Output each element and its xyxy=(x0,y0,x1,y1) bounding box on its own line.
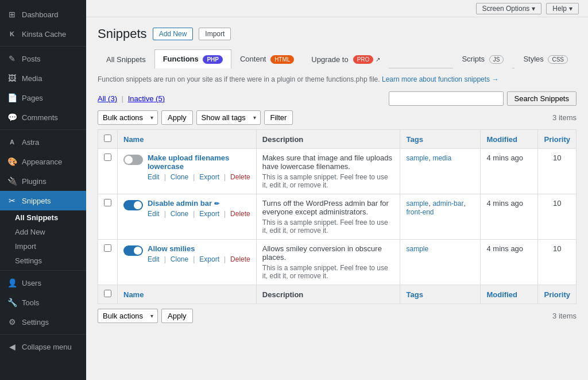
sidebar-item-astra[interactable]: A Astra xyxy=(0,132,86,152)
tf-description-label: Description xyxy=(262,290,304,299)
all-count: 3 xyxy=(110,94,114,103)
tag-link[interactable]: front-end xyxy=(406,208,434,216)
snippet-toggle[interactable] xyxy=(123,200,143,210)
screen-options-button[interactable]: Screen Options ▾ xyxy=(476,3,542,14)
th-name-link[interactable]: Name xyxy=(123,135,144,144)
tab-badge-css: CSS xyxy=(548,55,568,64)
sidebar-subitem-add-new[interactable]: Add New xyxy=(0,225,86,239)
sidebar-item-media[interactable]: 🖼 Media xyxy=(0,68,86,88)
all-filter-link[interactable]: All (3) xyxy=(98,94,117,103)
show-all-tags-select[interactable]: Show all tags xyxy=(196,110,261,125)
row-checkbox[interactable] xyxy=(104,199,111,206)
tf-modified-link[interactable]: Modified xyxy=(486,290,517,299)
table-row: Allow smiliesEdit|Clone|Export|DeleteAll… xyxy=(98,240,577,285)
sidebar-item-label: Pages xyxy=(22,94,43,102)
row-priority-cell: 10 xyxy=(538,240,577,285)
sidebar-item-collapse[interactable]: ◀ Collapse menu xyxy=(0,337,86,356)
filter-button[interactable]: Filter xyxy=(264,110,293,125)
tab-all-snippets[interactable]: All Snippets xyxy=(98,50,154,68)
snippet-toggle[interactable] xyxy=(123,245,143,256)
snippet-action-clone[interactable]: Clone xyxy=(171,210,188,218)
snippet-action-edit[interactable]: Edit xyxy=(148,255,160,263)
bulk-actions-select[interactable]: Bulk actions xyxy=(98,110,158,125)
sidebar-item-pages[interactable]: 📄 Pages xyxy=(0,88,86,108)
snippet-action-export[interactable]: Export xyxy=(199,255,219,263)
snippet-action-delete[interactable]: Delete xyxy=(230,255,250,263)
tab-styles[interactable]: Styles CSS xyxy=(514,49,577,68)
snippet-toggle[interactable] xyxy=(123,155,143,165)
tag-link[interactable]: sample xyxy=(406,245,428,253)
sidebar-item-plugins[interactable]: 🔌 Plugins xyxy=(0,171,86,191)
snippet-action-delete[interactable]: Delete xyxy=(230,210,250,218)
snippet-action-clone[interactable]: Clone xyxy=(171,173,188,181)
row-modified-cell: 4 mins ago xyxy=(481,194,538,240)
sidebar-item-settings[interactable]: ⚙ Settings xyxy=(0,312,86,332)
filter-separator: | xyxy=(122,94,123,103)
th-priority-link[interactable]: Priority xyxy=(544,135,570,144)
sidebar-item-users[interactable]: 👤 Users xyxy=(0,273,86,293)
sidebar-subitem-import[interactable]: Import xyxy=(0,239,86,254)
tf-checkbox xyxy=(98,285,118,304)
tab-functions[interactable]: Functions PHP xyxy=(154,49,231,68)
tf-priority-link[interactable]: Priority xyxy=(544,290,570,299)
media-icon: 🖼 xyxy=(7,73,17,83)
action-separator: | xyxy=(224,210,226,218)
tools-icon: 🔧 xyxy=(7,297,17,308)
snippet-action-export[interactable]: Export xyxy=(199,210,219,218)
table-row: Make upload filenames lowercaseEdit|Clon… xyxy=(98,149,577,194)
bottom-bulk-actions-select[interactable]: Bulk actions xyxy=(98,309,158,323)
tab-scripts[interactable]: Scripts JS xyxy=(453,49,512,68)
inactive-filter-link[interactable]: Inactive (5) xyxy=(128,94,165,103)
tf-tags-link[interactable]: Tags xyxy=(406,290,423,299)
tab-badge-js: JS xyxy=(489,55,504,64)
search-input[interactable] xyxy=(389,91,504,106)
sidebar-item-kinsta-cache[interactable]: K Kinsta Cache xyxy=(0,24,86,44)
tag-link[interactable]: media xyxy=(432,154,451,162)
select-all-checkbox[interactable] xyxy=(104,135,111,142)
select-all-checkbox-bottom[interactable] xyxy=(104,290,111,297)
apply-button[interactable]: Apply xyxy=(161,110,193,125)
sidebar-item-appearance[interactable]: 🎨 Appearance xyxy=(0,152,86,171)
search-snippets-button[interactable]: Search Snippets xyxy=(507,91,577,106)
bottom-apply-button[interactable]: Apply xyxy=(161,309,193,323)
snippet-name-link[interactable]: Make upload filenames lowercase xyxy=(148,153,229,171)
help-label: Help xyxy=(552,5,567,13)
help-button[interactable]: Help ▾ xyxy=(546,3,579,14)
topbar: Screen Options ▾ Help ▾ xyxy=(86,0,588,17)
tab-content[interactable]: Content HTML xyxy=(231,49,303,68)
snippet-description-main: Turns off the WordPress admin bar for ev… xyxy=(262,199,394,216)
sidebar-item-comments[interactable]: 💬 Comments xyxy=(0,108,86,127)
snippet-action-clone[interactable]: Clone xyxy=(171,255,188,263)
th-tags-link[interactable]: Tags xyxy=(406,135,423,144)
sidebar-item-posts[interactable]: ✎ Posts xyxy=(0,49,86,68)
sidebar-subitem-settings[interactable]: Settings xyxy=(0,254,86,268)
snippet-action-edit[interactable]: Edit xyxy=(148,173,160,181)
snippet-action-delete[interactable]: Delete xyxy=(230,173,250,181)
snippet-action-export[interactable]: Export xyxy=(199,173,219,181)
sidebar-divider xyxy=(0,46,86,47)
tab-upgrade[interactable]: Upgrade to PRO ↗ xyxy=(303,50,389,68)
sidebar-subitem-all-snippets[interactable]: All Snippets xyxy=(0,210,86,225)
th-modified-link[interactable]: Modified xyxy=(486,135,517,144)
tag-link[interactable]: admin-bar xyxy=(432,199,463,208)
snippet-action-edit[interactable]: Edit xyxy=(148,210,160,218)
row-checkbox[interactable] xyxy=(104,244,111,252)
tag-link[interactable]: sample xyxy=(406,154,428,162)
import-button[interactable]: Import xyxy=(199,28,231,40)
row-checkbox[interactable] xyxy=(104,153,111,161)
sidebar-item-dashboard[interactable]: ⊞ Dashboard xyxy=(0,5,86,24)
tag-link[interactable]: sample xyxy=(406,199,428,208)
sidebar-item-tools[interactable]: 🔧 Tools xyxy=(0,293,86,312)
th-tags: Tags xyxy=(400,130,481,149)
learn-more-link[interactable]: Learn more about function snippets → xyxy=(382,75,498,83)
action-separator: | xyxy=(193,255,195,263)
bulk-actions-dropdown-wrap: Bulk actions xyxy=(98,110,158,125)
sidebar-item-snippets[interactable]: ✂ Snippets xyxy=(0,191,86,210)
snippet-name-link[interactable]: Allow smilies xyxy=(148,244,195,253)
add-new-button[interactable]: Add New xyxy=(153,28,194,40)
tf-name-link[interactable]: Name xyxy=(123,290,144,299)
filter-top-row: All (3) | Inactive (5) Search Snippets xyxy=(98,91,577,106)
users-icon: 👤 xyxy=(7,278,17,288)
astra-icon: A xyxy=(7,137,17,147)
snippet-name-link[interactable]: Disable admin bar ✏ xyxy=(148,199,219,208)
